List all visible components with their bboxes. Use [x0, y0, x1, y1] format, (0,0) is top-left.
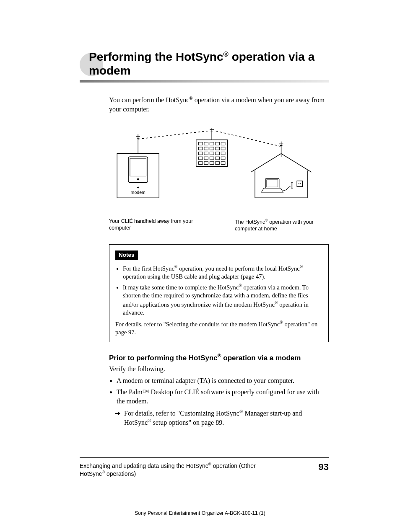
registered-icon: ®	[148, 418, 151, 423]
page-title: Performing the HotSync® operation via a …	[89, 50, 329, 77]
svg-line-0	[138, 131, 208, 139]
svg-rect-27	[221, 152, 225, 155]
note-1a: For the first HotSync	[123, 265, 174, 272]
svg-rect-22	[221, 147, 225, 150]
caption-right: The HotSync® operation with your compute…	[235, 218, 327, 232]
svg-rect-33	[198, 162, 203, 165]
prior-heading: Prior to performing the HotSync® operati…	[109, 352, 329, 363]
page-footer: Exchanging and updating data using the H…	[80, 462, 329, 478]
notes-box: Notes For the first HotSync® operation, …	[109, 244, 329, 342]
page-number: 93	[319, 462, 329, 478]
svg-rect-26	[216, 152, 220, 155]
title-part-2: operation via a	[229, 50, 314, 63]
modem-diagram: + modem	[109, 128, 319, 208]
svg-rect-21	[216, 147, 220, 150]
docid-bold: 11	[252, 510, 257, 516]
notes-tail-a: For details, refer to "Selecting the con…	[115, 320, 280, 327]
registered-icon: ®	[189, 96, 193, 101]
docid-suffix: (1)	[258, 510, 265, 516]
verify-subpoint: ➔ For details, refer to "Customizing Hot…	[118, 408, 329, 428]
intro-paragraph: You can perform the HotSync® operation v…	[109, 95, 329, 114]
sub-a: For details, refer to "Customizing HotSy…	[124, 410, 239, 417]
prior-heading-b: operation via a modem	[221, 354, 301, 362]
notes-label: Notes	[115, 251, 138, 260]
svg-rect-24	[204, 152, 208, 155]
svg-rect-16	[216, 142, 220, 145]
arrow-icon: ➔	[118, 409, 122, 418]
verify-line: Verify the following.	[109, 364, 329, 374]
svg-rect-37	[221, 162, 225, 165]
modem-label: modem	[131, 190, 145, 195]
svg-rect-29	[204, 157, 208, 160]
title-underline	[80, 80, 329, 83]
svg-point-45	[299, 183, 299, 184]
title-part-1: Performing the HotSync	[89, 50, 223, 63]
caption-left: Your CLIÉ handheld away from your comput…	[109, 218, 197, 232]
svg-rect-35	[210, 162, 214, 165]
registered-icon: ®	[174, 264, 178, 269]
svg-rect-14	[204, 142, 208, 145]
svg-rect-44	[297, 181, 302, 186]
modem-plus: +	[137, 185, 139, 190]
notes-list: For the first HotSync® operation, you ne…	[115, 264, 322, 317]
footer-a: Exchanging and updating data using the H…	[80, 462, 208, 469]
registered-icon: ®	[300, 264, 303, 269]
svg-rect-7	[130, 158, 146, 176]
svg-rect-31	[216, 157, 220, 160]
svg-rect-19	[204, 147, 208, 150]
note-2a: It may take some time to complete the Ho…	[123, 284, 239, 291]
verify-item-1: A modem or terminal adapter (TA) is conn…	[117, 377, 294, 384]
diagram-captions: Your CLIÉ handheld away from your comput…	[109, 218, 327, 232]
svg-rect-23	[198, 152, 203, 155]
verify-list: A modem or terminal adapter (TA) is conn…	[109, 376, 329, 428]
caption-right-a: The HotSync	[235, 219, 265, 225]
svg-rect-20	[210, 147, 214, 150]
registered-icon: ®	[223, 50, 228, 58]
verify-item: The Palm™ Desktop for CLIÉ software is p…	[117, 387, 329, 427]
note-1c: operation using the USB cable and plug a…	[123, 273, 265, 280]
svg-rect-36	[216, 162, 220, 165]
svg-rect-42	[267, 180, 278, 187]
note-1b: operation, you need to perform the local…	[178, 265, 300, 272]
svg-point-8	[137, 178, 139, 181]
svg-rect-17	[221, 142, 225, 145]
registered-icon: ®	[280, 320, 283, 325]
notes-tail: For details, refer to "Selecting the con…	[115, 320, 322, 337]
footer-rule	[80, 457, 329, 458]
registered-icon: ®	[239, 283, 242, 288]
svg-point-46	[300, 183, 301, 184]
intro-a: You can perform the HotSync	[109, 96, 189, 103]
svg-rect-15	[210, 142, 214, 145]
registered-icon: ®	[208, 462, 211, 466]
svg-rect-25	[210, 152, 214, 155]
note-item: It may take some time to complete the Ho…	[123, 283, 322, 317]
svg-rect-30	[210, 157, 214, 160]
svg-rect-28	[198, 157, 203, 160]
title-line-2: modem	[89, 64, 131, 77]
verify-item-2: The Palm™ Desktop for CLIÉ software is p…	[117, 388, 319, 405]
page-content: Performing the HotSync® operation via a …	[0, 0, 400, 447]
verify-item: A modem or terminal adapter (TA) is conn…	[117, 376, 329, 385]
svg-rect-32	[221, 157, 225, 160]
svg-rect-13	[198, 142, 203, 145]
footer-text: Exchanging and updating data using the H…	[80, 462, 273, 478]
svg-rect-34	[204, 162, 208, 165]
body: You can perform the HotSync® operation v…	[109, 95, 329, 428]
title-block: Performing the HotSync® operation via a …	[80, 50, 329, 83]
footer-c: operations)	[105, 470, 136, 477]
registered-icon: ®	[275, 300, 278, 305]
registered-icon: ®	[218, 353, 221, 359]
note-item: For the first HotSync® operation, you ne…	[123, 264, 322, 281]
document-id-line: Sony Personal Entertainment Organizer A-…	[0, 510, 400, 516]
docid-prefix: Sony Personal Entertainment Organizer A-…	[135, 510, 252, 516]
svg-rect-43	[291, 183, 293, 188]
sub-c: setup options" on page 89.	[151, 419, 224, 426]
svg-rect-18	[198, 147, 203, 150]
prior-heading-a: Prior to performing the HotSync	[109, 354, 218, 362]
